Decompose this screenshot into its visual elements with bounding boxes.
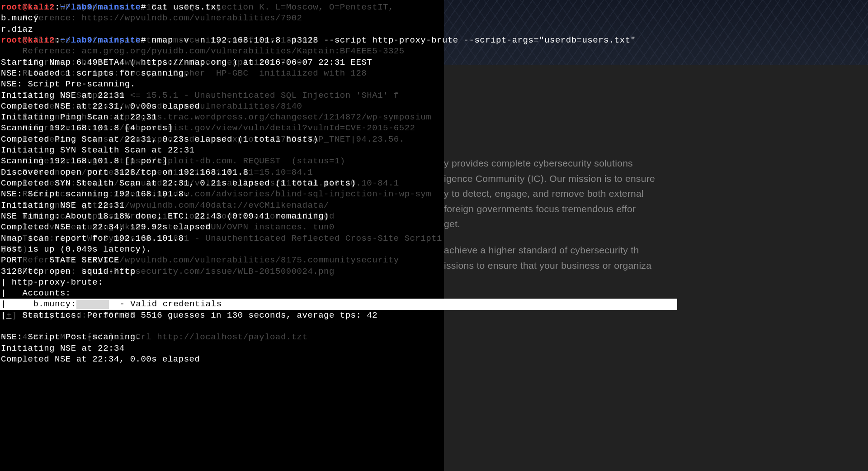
right-content: y provides complete cybersecurity soluti… [444, 65, 868, 471]
output-line [1, 46, 443, 57]
output-line: Completed SYN Stealth Scan at 22:31, 0.2… [1, 178, 443, 189]
output-line: Completed NSE at 22:31, 0.00s elapsed [1, 101, 443, 112]
output-line: NSE Timing: About 18.18% done; ETC: 22:4… [1, 211, 443, 222]
output-line: Completed NSE at 22:34, 129.92s elapsed [1, 222, 443, 233]
right-text: achieve a higher standard of cybersecuri… [444, 245, 639, 255]
right-text: issions to ensure that your business or … [444, 260, 651, 271]
output-line: Nmap scan report for 192.168.101.8 [1, 233, 443, 244]
highlighted-credentials: | b.muncy: - Valid credentials [0, 299, 677, 309]
creds-suffix: - Valid credentials [109, 299, 222, 309]
output-line: Discovered open port 3128/tcp on 192.168… [1, 167, 443, 178]
output-line: 3128/tcp open squid-http [1, 266, 443, 277]
right-header-pattern [444, 0, 868, 65]
output-line: PORT STATE SERVICE [1, 255, 443, 266]
right-text: get. [444, 219, 460, 229]
output-line: Initiating Ping Scan at 22:31 [1, 112, 443, 123]
output-line: NSE: Script Pre-scanning. [1, 79, 443, 90]
prompt-hash: # [141, 35, 146, 45]
output-line: | Accounts: [1, 288, 443, 299]
output-line: NSE: Loaded 1 scripts for scanning. [1, 68, 443, 79]
prompt-path: ~/lab9/mainsite [60, 35, 141, 45]
terminal[interactable]: root@kali2:~/lab9/mainsite# cat users.tx… [0, 0, 444, 366]
right-text: foreign governments focus tremendous eff… [444, 204, 636, 214]
prompt-path: ~/lab9/mainsite [60, 2, 141, 12]
command-text: nmap -v -n 192.168.101.8 -p3128 --script… [151, 35, 636, 45]
output-line: Completed Ping Scan at 22:31, 0.23s elap… [1, 134, 443, 145]
output-line: r.diaz [1, 24, 443, 35]
prompt-user: root@kali2 [1, 2, 55, 12]
right-text: y provides complete cybersecurity soluti… [444, 158, 633, 168]
output-line: Initiating SYN Stealth Scan at 22:31 [1, 145, 443, 156]
right-panel: y provides complete cybersecurity soluti… [444, 0, 868, 471]
output-line: Initiating NSE at 22:34 [1, 343, 443, 354]
output-line: b.muncy [1, 13, 443, 24]
prompt-user: root@kali2 [1, 35, 55, 45]
output-line: NSE: Script Post-scanning. [1, 332, 443, 343]
right-text: igence Community (IC). Our mission is to… [444, 173, 655, 184]
prompt-sep: : [55, 35, 60, 45]
output-line: Initiating NSE at 22:31 [1, 90, 443, 101]
output-line: Scanning 192.168.101.8 [4 ports] [1, 123, 443, 133]
prompt-line-2: root@kali2:~/lab9/mainsite# nmap -v -n 1… [1, 35, 443, 46]
output-line: Host is up (0.049s latency). [1, 244, 443, 255]
output-line: Completed NSE at 22:34, 0.00s elapsed [1, 354, 443, 365]
output-line: | http-proxy-brute: [1, 277, 443, 288]
output-line: Scanning 192.168.101.8 [1 port] [1, 156, 443, 167]
output-line: NSE: Script scanning 192.168.101.8. [1, 189, 443, 200]
command-text: cat users.txt [151, 2, 222, 12]
creds-prefix: | b.muncy: [1, 299, 76, 309]
output-line: |_ Statistics: Performed 5516 guesses in… [1, 310, 443, 321]
output-line: Starting Nmap 6.49BETA4 ( https://nmap.o… [1, 57, 443, 68]
output-line: Initiating NSE at 22:31 [1, 200, 443, 211]
prompt-hash: # [141, 2, 146, 12]
right-text: y to detect, engage, and remove both ext… [444, 188, 644, 199]
prompt-line-1: root@kali2:~/lab9/mainsite# cat users.tx… [1, 2, 443, 13]
prompt-sep: : [55, 2, 60, 12]
output-line [1, 321, 443, 332]
redacted-password [76, 300, 109, 309]
